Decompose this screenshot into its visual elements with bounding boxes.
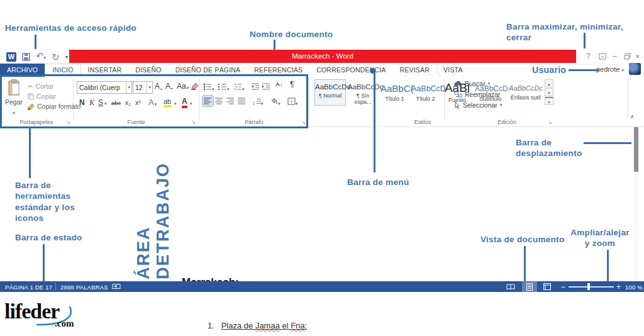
vertical-scrollbar[interactable] xyxy=(633,126,639,281)
chevron-down-icon[interactable]: ▾ xyxy=(147,82,152,93)
find-button[interactable]: Buscar▾ xyxy=(454,80,490,87)
save-icon[interactable] xyxy=(22,53,30,61)
subscript-button[interactable]: x₂ xyxy=(125,99,131,106)
bullet-list-button[interactable]: ▾ xyxy=(203,82,214,93)
tab-correspondencia[interactable]: CORRESPONDENCIA xyxy=(309,64,392,77)
annotation-scrollbar: Barra de desplazamiento xyxy=(516,137,582,159)
annotation-zoom: Ampliar/alejar y zoom xyxy=(565,227,635,249)
page-indicator[interactable]: PÁGINA 1 DE 17 xyxy=(5,284,52,291)
paint-bucket-icon xyxy=(270,98,278,105)
zoom-level[interactable]: 100 % xyxy=(625,284,643,291)
superscript-button[interactable]: x² xyxy=(135,99,141,106)
close-button[interactable]: × xyxy=(635,52,640,61)
strikethrough-button[interactable]: abc xyxy=(111,99,121,106)
bold-button[interactable]: N xyxy=(79,98,85,107)
line-spacing-button[interactable]: ↕▾ xyxy=(252,96,264,108)
text-effects-button[interactable]: A▾ xyxy=(148,98,157,107)
minimize-button[interactable]: – xyxy=(613,52,617,60)
annotation-line xyxy=(43,244,45,281)
undo-button[interactable]: ↶▾ xyxy=(36,51,46,62)
chevron-down-icon[interactable]: ▾ xyxy=(44,55,47,60)
highlight-button[interactable]: ab xyxy=(164,98,171,108)
word-count[interactable]: 2898 PALABRAS xyxy=(60,284,108,291)
qat-customize-button[interactable]: ▾ xyxy=(65,54,68,60)
font-name-combo[interactable]: Calibri (Cuerp ▾ xyxy=(77,81,132,94)
help-button[interactable]: ? xyxy=(586,52,591,60)
ribbon-display-options-button[interactable] xyxy=(599,53,606,60)
chevron-down-icon[interactable]: ▾ xyxy=(190,101,192,106)
tab-vista[interactable]: VISTA xyxy=(436,64,470,77)
increase-indent-button[interactable] xyxy=(262,82,270,93)
justify-button[interactable] xyxy=(236,96,247,106)
align-center-button[interactable] xyxy=(214,96,225,106)
chevron-down-icon[interactable]: ▾ xyxy=(126,82,131,93)
numbered-list-button[interactable]: ▾ xyxy=(218,82,230,93)
tab-inicio[interactable]: INICIO xyxy=(45,64,80,77)
collapse-ribbon-button[interactable]: ∧ xyxy=(630,113,635,120)
format-painter-icon xyxy=(28,103,35,110)
style-titulo2[interactable]: AaBbCcD Título 2 xyxy=(411,79,440,106)
show-marks-button[interactable]: ¶ xyxy=(290,80,294,89)
paste-button[interactable]: Pegar ▾ xyxy=(3,79,25,117)
align-left-button[interactable] xyxy=(203,96,213,106)
zoom-slider-thumb[interactable] xyxy=(587,283,590,290)
proofing-icon[interactable] xyxy=(112,283,121,290)
multilevel-list-button[interactable]: ▾ xyxy=(233,82,245,93)
style-normal[interactable]: AaBbCcDc ¶ Normal xyxy=(314,79,346,106)
tab-insertar[interactable]: INSERTAR xyxy=(81,64,129,77)
redo-button[interactable]: ↻ xyxy=(52,52,60,62)
web-layout-button[interactable] xyxy=(540,281,555,292)
annotation-menu-bar: Barra de menú xyxy=(347,177,409,188)
tab-diseno-pagina[interactable]: DISEÑO DE PÁGINA xyxy=(169,64,248,77)
shrink-font-button[interactable]: A▾ xyxy=(165,82,173,91)
zoom-slider[interactable] xyxy=(569,286,614,288)
sort-button[interactable]: A↓ xyxy=(275,81,283,87)
dialog-launcher[interactable]: ↘ xyxy=(301,120,306,125)
annotation-quick-access: Herramientas de acceso rápido xyxy=(5,23,136,33)
cut-button[interactable]: ✂ Cortar xyxy=(28,82,54,90)
clear-formatting-button[interactable] xyxy=(191,81,199,92)
style-titulo1[interactable]: AaBbC( Título 1 xyxy=(380,79,409,106)
bullet-list-icon xyxy=(203,83,212,91)
group-label: Portapapeles xyxy=(0,119,73,125)
user-menu[interactable]: pedrote ▾ xyxy=(596,65,624,73)
borders-button[interactable]: ▾ xyxy=(287,96,298,108)
font-color-button[interactable]: A xyxy=(182,97,187,108)
italic-button[interactable]: K xyxy=(89,98,94,108)
title-bar[interactable]: Marrackech - Word xyxy=(69,50,576,63)
status-bar: PÁGINA 1 DE 17 2898 PALABRAS − + 100 % xyxy=(0,281,644,292)
print-layout-button[interactable] xyxy=(522,281,537,292)
restore-button[interactable] xyxy=(624,53,631,60)
tab-referencias[interactable]: REFERENCIAS xyxy=(247,64,309,77)
zoom-out-button[interactable]: − xyxy=(561,283,565,291)
select-button[interactable]: Seleccionar▾ xyxy=(454,101,502,109)
increase-indent-icon xyxy=(262,83,270,91)
shading-button[interactable]: ▾ xyxy=(270,96,280,108)
decrease-indent-button[interactable] xyxy=(251,82,260,93)
tab-revisar[interactable]: REVISAR xyxy=(393,64,437,77)
tab-archivo[interactable]: ARCHIVO xyxy=(0,64,45,77)
quick-access-toolbar[interactable]: W ↶▾ ↻ ▾ xyxy=(6,50,68,63)
avatar[interactable] xyxy=(629,63,641,75)
copy-button[interactable]: Copiar xyxy=(28,92,56,100)
dialog-launcher[interactable]: ↘ xyxy=(191,120,196,125)
annotation-doc-name: Nombre documento xyxy=(250,29,333,40)
annotation-status-bar: Barra de estado xyxy=(15,232,82,243)
change-case-button[interactable]: Aa▾ xyxy=(177,82,189,91)
chevron-down-icon[interactable]: ▾ xyxy=(104,101,107,106)
align-right-button[interactable] xyxy=(225,96,236,106)
scrollbar-thumb[interactable] xyxy=(634,126,638,172)
underline-button[interactable]: S xyxy=(98,98,103,107)
read-mode-button[interactable] xyxy=(503,281,518,292)
dialog-launcher[interactable]: ↘ xyxy=(66,120,70,125)
tab-diseno[interactable]: DISEÑO xyxy=(128,64,168,77)
font-size-combo[interactable]: 12 ▾ xyxy=(133,81,153,94)
annotation-line xyxy=(274,40,275,50)
chevron-down-icon[interactable]: ▾ xyxy=(174,101,177,106)
grow-font-button[interactable]: A▴ xyxy=(155,82,162,91)
format-painter-button[interactable]: Copiar formato xyxy=(28,103,80,110)
ribbon: Pegar ▾ ✂ Cortar Copiar Copiar formato xyxy=(0,77,644,127)
annotation-line xyxy=(584,142,631,144)
zoom-in-button[interactable]: + xyxy=(616,283,621,291)
replace-button[interactable]: Reemplazar xyxy=(454,91,501,98)
